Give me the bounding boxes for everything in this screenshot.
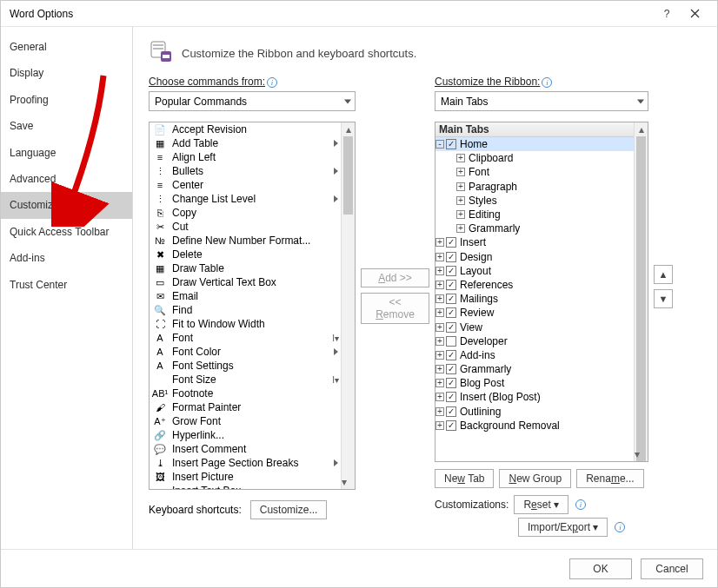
checkbox[interactable] bbox=[446, 420, 456, 431]
move-down-button[interactable]: ▼ bbox=[654, 289, 673, 308]
checkbox[interactable] bbox=[446, 139, 456, 149]
sidebar-item-advanced[interactable]: Advanced bbox=[1, 166, 132, 192]
checkbox[interactable] bbox=[446, 237, 456, 248]
checkbox[interactable] bbox=[446, 266, 456, 276]
sidebar-item-qat[interactable]: Quick Access Toolbar bbox=[1, 219, 132, 245]
command-item[interactable]: A⁺Grow Font bbox=[150, 414, 341, 428]
info-icon[interactable]: i bbox=[575, 499, 586, 510]
sidebar-item-save[interactable]: Save bbox=[1, 113, 132, 139]
expand-icon[interactable]: + bbox=[435, 351, 444, 360]
sidebar-item-addins[interactable]: Add-ins bbox=[1, 245, 132, 271]
cancel-button[interactable]: Cancel bbox=[641, 558, 703, 579]
tree-row[interactable]: +Review bbox=[435, 306, 634, 320]
tree-row[interactable]: +View bbox=[435, 320, 634, 334]
expand-icon[interactable]: + bbox=[435, 238, 444, 247]
expand-icon[interactable]: + bbox=[435, 379, 444, 387]
tree-row[interactable]: +Grammarly bbox=[435, 221, 634, 235]
expand-icon[interactable]: + bbox=[435, 253, 444, 261]
tree-row[interactable]: +Background Removal bbox=[435, 419, 634, 433]
customize-ribbon-combo[interactable]: Main Tabs bbox=[435, 91, 648, 111]
scroll-thumb[interactable] bbox=[636, 136, 646, 462]
command-item[interactable]: ✂Cut bbox=[150, 220, 341, 234]
import-export-button[interactable]: Import/Export ▾ bbox=[518, 518, 608, 537]
checkbox[interactable] bbox=[446, 307, 456, 318]
info-icon[interactable]: i bbox=[542, 77, 552, 88]
new-tab-button[interactable]: New Tab bbox=[435, 469, 494, 488]
tree-row[interactable]: -Home bbox=[435, 137, 634, 151]
tree-row[interactable]: +Paragraph bbox=[435, 180, 634, 194]
expand-icon[interactable]: + bbox=[456, 210, 465, 219]
checkbox[interactable] bbox=[446, 280, 456, 290]
choose-commands-combo[interactable]: Popular Commands bbox=[149, 91, 356, 111]
command-item[interactable]: ▭Insert Text Box bbox=[150, 484, 341, 489]
reset-button[interactable]: Reset ▾ bbox=[514, 495, 568, 514]
checkbox[interactable] bbox=[446, 294, 456, 304]
tree-row[interactable]: +Outlining bbox=[435, 405, 634, 419]
checkbox[interactable] bbox=[446, 406, 456, 417]
checkbox[interactable] bbox=[446, 378, 456, 388]
new-group-button[interactable]: New Group bbox=[499, 469, 571, 488]
add-button[interactable]: Add >> bbox=[361, 268, 429, 287]
command-item[interactable]: №Define New Number Format... bbox=[150, 234, 341, 248]
expand-icon[interactable]: + bbox=[435, 407, 444, 416]
ok-button[interactable]: OK bbox=[569, 558, 632, 579]
expand-icon[interactable]: + bbox=[435, 308, 444, 317]
tree-row[interactable]: +Blog Post bbox=[435, 376, 634, 390]
sidebar-item-general[interactable]: General bbox=[1, 34, 132, 60]
scrollbar[interactable]: ▴ ▾ bbox=[634, 122, 648, 461]
tree-row[interactable]: +Font bbox=[435, 165, 634, 179]
command-item[interactable]: ⋮Bullets bbox=[150, 164, 341, 178]
checkbox[interactable] bbox=[446, 392, 456, 402]
command-item[interactable]: AFont Settings bbox=[150, 359, 341, 373]
expand-icon[interactable]: + bbox=[435, 337, 444, 346]
command-item[interactable]: ⛶Fit to Window Width bbox=[150, 317, 341, 331]
tree-row[interactable]: +Editing bbox=[435, 208, 634, 221]
info-icon[interactable]: i bbox=[267, 77, 277, 88]
command-item[interactable]: ▭Draw Vertical Text Box bbox=[150, 275, 341, 289]
help-button[interactable]: ? bbox=[653, 1, 681, 27]
sidebar-item-language[interactable]: Language bbox=[1, 140, 132, 166]
expand-icon[interactable]: + bbox=[456, 168, 465, 176]
command-item[interactable]: 🖌Format Painter bbox=[150, 400, 341, 414]
command-item[interactable]: AFont Color bbox=[150, 345, 341, 359]
tree-row[interactable]: +Add-ins bbox=[435, 348, 634, 362]
tree-row[interactable]: +Insert bbox=[435, 235, 634, 249]
command-item[interactable]: Font SizeI▾ bbox=[150, 373, 341, 386]
remove-button[interactable]: << Remove bbox=[361, 293, 429, 324]
expand-icon[interactable]: + bbox=[435, 281, 444, 289]
tree-row[interactable]: +Mailings bbox=[435, 292, 634, 306]
command-item[interactable]: ▦Draw Table bbox=[150, 261, 341, 275]
expand-icon[interactable]: + bbox=[435, 365, 444, 373]
command-item[interactable]: AFontI▾ bbox=[150, 331, 341, 345]
sidebar-item-customize-ribbon[interactable]: Customize Ribbon bbox=[1, 192, 132, 218]
tree-row[interactable]: +Grammarly bbox=[435, 362, 634, 376]
scroll-down-button[interactable]: ▾ bbox=[635, 447, 640, 461]
tree-row[interactable]: +References bbox=[435, 278, 634, 292]
expand-icon[interactable]: + bbox=[435, 294, 444, 303]
scroll-thumb[interactable] bbox=[343, 136, 353, 215]
command-item[interactable]: ⎘Copy bbox=[150, 206, 341, 220]
expand-icon[interactable]: + bbox=[456, 196, 465, 205]
tree-row[interactable]: +Developer bbox=[435, 334, 634, 348]
scroll-up-button[interactable]: ▴ bbox=[635, 122, 648, 136]
collapse-icon[interactable]: - bbox=[435, 140, 444, 149]
keyboard-customize-button[interactable]: Customize... bbox=[250, 500, 328, 519]
ribbon-tree[interactable]: Main Tabs-Home +Clipboard +Font +Paragra… bbox=[435, 122, 648, 462]
tree-row[interactable]: +Clipboard bbox=[435, 151, 634, 165]
tree-row[interactable]: +Insert (Blog Post) bbox=[435, 390, 634, 404]
expand-icon[interactable]: + bbox=[435, 323, 444, 332]
command-item[interactable]: ≡Center bbox=[150, 178, 341, 192]
command-item[interactable]: 🔗Hyperlink... bbox=[150, 428, 341, 442]
checkbox[interactable] bbox=[446, 252, 456, 262]
tree-row[interactable]: +Layout bbox=[435, 264, 634, 278]
tree-row[interactable]: +Styles bbox=[435, 194, 634, 208]
sidebar-item-trust-center[interactable]: Trust Center bbox=[1, 272, 132, 298]
info-icon[interactable]: i bbox=[615, 522, 625, 532]
expand-icon[interactable]: + bbox=[435, 421, 444, 430]
command-item[interactable]: 💬Insert Comment bbox=[150, 442, 341, 456]
checkbox[interactable] bbox=[446, 336, 456, 347]
expand-icon[interactable]: + bbox=[435, 267, 444, 275]
checkbox[interactable] bbox=[446, 364, 456, 374]
close-button[interactable] bbox=[681, 1, 708, 27]
scroll-down-button[interactable]: ▾ bbox=[342, 475, 347, 489]
